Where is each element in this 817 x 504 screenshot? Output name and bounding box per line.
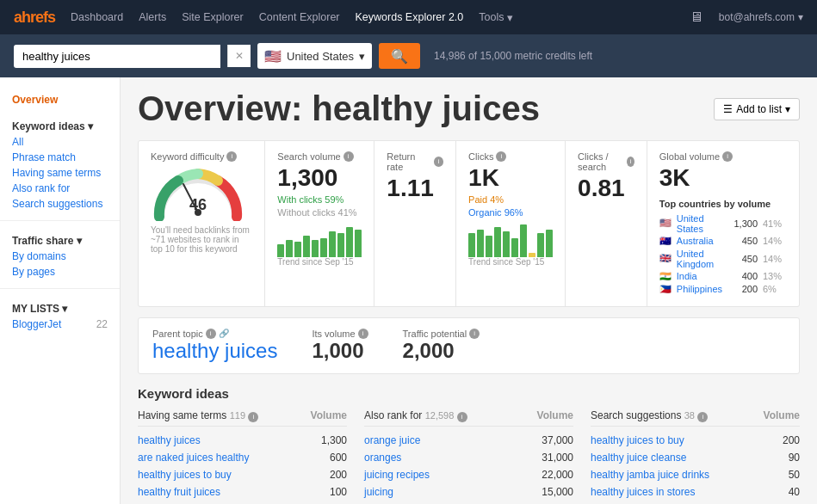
my-lists-group[interactable]: MY LISTS ▾	[0, 298, 120, 317]
list-item: healthy juices in stores40	[591, 483, 800, 501]
country-chevron-icon: ▾	[359, 50, 365, 63]
sidebar-traffic-share-group[interactable]: Traffic share ▾	[0, 230, 120, 249]
list-item: healthy juices1,300	[138, 432, 347, 449]
nav-dashboard[interactable]: Dashboard	[71, 11, 123, 23]
clicks-info-icon[interactable]: i	[496, 151, 506, 162]
clicks-search-info-icon[interactable]: i	[627, 157, 634, 167]
add-to-list-button[interactable]: ☰ Add to list ▾	[714, 98, 800, 120]
metric-clicks-search: Clicks / search i 0.81	[566, 141, 647, 306]
sidebar-item-by-pages[interactable]: By pages	[0, 264, 120, 280]
paid-clicks: Paid 4%	[468, 194, 553, 205]
search-suggestions-title: Search suggestions 38 i	[591, 409, 708, 422]
global-volume-value: 3K	[659, 165, 787, 192]
difficulty-gauge: 46	[151, 165, 245, 224]
sidebar-item-phrase-match[interactable]: Phrase match	[0, 150, 120, 165]
sidebar-item-having-same-terms[interactable]: Having same terms	[0, 165, 120, 181]
also-rank-info-icon[interactable]: i	[457, 412, 467, 422]
also-rank-for-column: Also rank for 12,598 i Volume orange jui…	[364, 409, 573, 504]
metrics-row: Keyword difficulty i	[138, 140, 800, 307]
top-countries-table: Top countries by volume 🇺🇸 United States…	[659, 199, 787, 296]
table-row: 🇦🇺 Australia 450 14%	[659, 235, 787, 248]
return-rate-info-icon[interactable]: i	[434, 157, 443, 167]
metric-return-rate: Return rate i 1.11	[374, 141, 455, 306]
table-row: 🇬🇧 United Kingdom 450 14%	[659, 248, 787, 270]
sidebar-divider-2	[0, 288, 120, 289]
credits-info: 14,986 of 15,000 metric credits left	[434, 50, 592, 62]
list-item: healthy juices to buy200	[138, 466, 347, 483]
metric-clicks: Clicks i 1K Paid 4% Organic 96%	[456, 141, 565, 306]
its-volume-value: 1,000	[312, 339, 368, 363]
keyword-ideas-section: Keyword ideas Having same terms 119 i Vo…	[138, 386, 800, 504]
sidebar-item-also-rank-for[interactable]: Also rank for	[0, 181, 120, 196]
sidebar-item-all[interactable]: All	[0, 134, 120, 150]
nav-content-explorer[interactable]: Content Explorer	[259, 11, 340, 23]
parent-topic-value[interactable]: healthy juices	[152, 339, 277, 363]
list-item: juicing15,000	[364, 483, 573, 501]
parent-topic-info-icon[interactable]: i	[206, 329, 216, 339]
user-chevron-icon: ▾	[798, 11, 803, 23]
clicks-chart	[468, 223, 553, 257]
list-item: juicing recipes22,000	[364, 466, 573, 483]
its-volume-info-icon[interactable]: i	[358, 329, 368, 339]
difficulty-sub: You'll need backlinks from ~71 websites …	[151, 225, 252, 254]
clicks-value: 1K	[468, 165, 553, 192]
table-row: 🇵🇭 Philippines 200 6%	[659, 283, 787, 296]
nav-keywords-explorer[interactable]: Keywords Explorer 2.0	[356, 11, 464, 23]
metric-difficulty: Keyword difficulty i	[139, 141, 264, 306]
search-button[interactable]: 🔍	[379, 43, 420, 69]
country-flag: 🇺🇸	[264, 48, 282, 65]
sidebar-item-by-domains[interactable]: By domains	[0, 249, 120, 264]
having-same-terms-column: Having same terms 119 i Volume healthy j…	[138, 409, 347, 504]
nav-site-explorer[interactable]: Site Explorer	[182, 11, 244, 23]
country-name: United States	[287, 50, 354, 63]
search-bar: ✕ 🇺🇸 United States ▾ 🔍 14,986 of 15,000 …	[0, 34, 817, 77]
list-item: orange juice37,000	[364, 432, 573, 449]
sidebar: Overview Keyword ideas ▾ All Phrase matc…	[0, 77, 121, 504]
without-clicks: Without clicks 41%	[277, 207, 362, 218]
organic-clicks: Organic 96%	[468, 207, 553, 218]
global-volume-info-icon[interactable]: i	[722, 151, 733, 162]
add-to-list-chevron-icon: ▾	[785, 103, 790, 115]
traffic-potential-value: 2,000	[403, 339, 480, 363]
search-suggestions-info-icon[interactable]: i	[697, 412, 708, 422]
list-icon: ☰	[723, 103, 733, 115]
country-selector[interactable]: 🇺🇸 United States ▾	[257, 43, 372, 69]
return-rate-value: 1.11	[387, 175, 443, 202]
page-title: Overview: healthy juices	[138, 89, 540, 128]
difficulty-info-icon[interactable]: i	[226, 151, 237, 162]
list-item: recipes.com13,000	[364, 501, 573, 504]
sidebar-overview[interactable]: Overview	[0, 91, 120, 108]
list-item: healthy orange juice brands40	[591, 501, 800, 504]
sidebar-item-search-suggestions[interactable]: Search suggestions	[0, 196, 120, 212]
search-suggestions-column: Search suggestions 38 i Volume healthy j…	[591, 409, 800, 504]
overview-header: Overview: healthy juices ☰ Add to list ▾	[138, 89, 800, 128]
search-volume-info-icon[interactable]: i	[344, 151, 354, 162]
user-menu[interactable]: bot@ahrefs.com ▾	[719, 11, 803, 23]
having-same-info-icon[interactable]: i	[248, 412, 258, 422]
nav-tools[interactable]: Tools ▾	[479, 11, 513, 24]
clear-search-button[interactable]: ✕	[227, 45, 251, 67]
my-lists-item-bloggerjet: BloggerJet 22	[0, 317, 120, 332]
parent-topic-row: Parent topic i 🔗 healthy juices Its volu…	[138, 317, 800, 374]
traffic-potential-info-icon[interactable]: i	[469, 329, 480, 339]
keyword-ideas-title: Keyword ideas	[138, 386, 800, 401]
search-input[interactable]	[14, 45, 220, 68]
sidebar-keyword-ideas-group[interactable]: Keyword ideas ▾	[0, 115, 120, 134]
also-rank-for-title: Also rank for 12,598 i	[364, 409, 467, 422]
ahrefs-logo: ahrefs	[14, 9, 55, 27]
with-clicks: With clicks 59%	[277, 194, 362, 205]
list-item: healthy juice cleanse90	[591, 449, 800, 466]
metric-search-volume: Search volume i 1,300 With clicks 59% Wi…	[265, 141, 374, 306]
metric-global-volume: Global volume i 3K Top countries by volu…	[647, 141, 799, 306]
table-row: 🇮🇳 India 400 13%	[659, 270, 787, 283]
list-item: what juices are healthy50	[138, 501, 347, 504]
top-nav: ahrefs Dashboard Alerts Site Explorer Co…	[0, 0, 817, 34]
main-layout: Overview Keyword ideas ▾ All Phrase matc…	[0, 77, 817, 504]
its-volume-section: Its volume i 1,000	[312, 329, 368, 363]
nav-alerts[interactable]: Alerts	[139, 11, 166, 23]
having-same-terms-title: Having same terms 119 i	[138, 409, 258, 422]
clicks-search-value: 0.81	[578, 175, 634, 202]
tools-chevron-icon: ▾	[507, 11, 513, 24]
list-item: are naked juices healthy600	[138, 449, 347, 466]
main-content: Overview: healthy juices ☰ Add to list ▾…	[121, 77, 817, 504]
